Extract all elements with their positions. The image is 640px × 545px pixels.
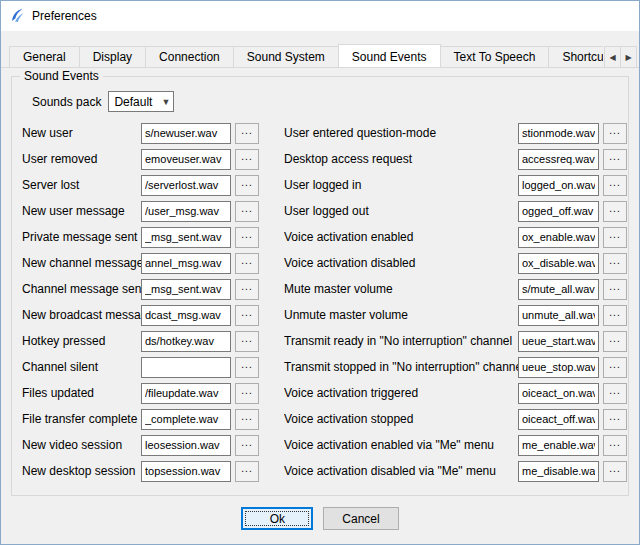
event-label: Unmute master volume [284, 308, 518, 322]
event-row: Hotkey pressed... [22, 328, 272, 354]
event-sound-input[interactable] [141, 149, 231, 170]
browse-button[interactable]: ... [235, 357, 259, 378]
event-sound-input[interactable] [141, 435, 231, 456]
event-sound-input[interactable] [141, 383, 231, 404]
event-sound-input[interactable] [141, 227, 231, 248]
browse-button[interactable]: ... [235, 201, 259, 222]
browse-button[interactable]: ... [603, 201, 627, 222]
browse-button[interactable]: ... [235, 123, 259, 144]
browse-button[interactable]: ... [603, 123, 627, 144]
event-sound-input[interactable] [141, 305, 231, 326]
app-icon [9, 8, 25, 24]
event-label: User entered question-mode [284, 126, 518, 140]
event-sound-input[interactable] [518, 409, 599, 430]
tab-scroll-control: ◀ ▶ [605, 46, 637, 68]
event-sound-input[interactable] [518, 227, 599, 248]
ok-button[interactable]: Ok [241, 507, 313, 530]
browse-button[interactable]: ... [603, 253, 627, 274]
event-label: Private message sent [22, 230, 141, 244]
tab-text-to-speech[interactable]: Text To Speech [440, 46, 550, 67]
browse-button[interactable]: ... [603, 227, 627, 248]
sounds-pack-value: Default [114, 95, 152, 109]
browse-button[interactable]: ... [603, 175, 627, 196]
event-sound-input[interactable] [141, 279, 231, 300]
browse-button[interactable]: ... [235, 383, 259, 404]
event-row: User logged out... [284, 198, 627, 224]
tab-shortcuts[interactable]: Shortcuts [548, 46, 603, 67]
event-row: New video session... [22, 432, 272, 458]
browse-button[interactable]: ... [235, 461, 259, 482]
event-label: Desktop access request [284, 152, 518, 166]
event-label: New channel message [22, 256, 141, 270]
event-label: Files updated [22, 386, 141, 400]
browse-button[interactable]: ... [235, 305, 259, 326]
event-sound-input[interactable] [141, 175, 231, 196]
events-column-left: New user...User removed...Server lost...… [22, 120, 272, 484]
event-label: Voice activation enabled [284, 230, 518, 244]
event-row: Mute master volume... [284, 276, 627, 302]
browse-button[interactable]: ... [235, 227, 259, 248]
browse-button[interactable]: ... [603, 435, 627, 456]
event-label: Voice activation disabled [284, 256, 518, 270]
event-sound-input[interactable] [141, 357, 231, 378]
browse-button[interactable]: ... [603, 279, 627, 300]
event-label: File transfer complete [22, 412, 141, 426]
tab-sound-events[interactable]: Sound Events [338, 44, 441, 67]
browse-button[interactable]: ... [603, 149, 627, 170]
event-sound-input[interactable] [141, 409, 231, 430]
event-row: Server lost... [22, 172, 272, 198]
tab-scroll-left-button[interactable]: ◀ [604, 46, 621, 68]
browse-button[interactable]: ... [235, 253, 259, 274]
event-sound-input[interactable] [518, 149, 599, 170]
browse-button[interactable]: ... [603, 409, 627, 430]
sounds-pack-select[interactable]: Default ▼ [108, 91, 174, 112]
event-row: New desktop session... [22, 458, 272, 484]
events-columns: New user...User removed...Server lost...… [22, 120, 620, 484]
event-sound-input[interactable] [518, 357, 599, 378]
event-sound-input[interactable] [518, 201, 599, 222]
event-row: New broadcast message... [22, 302, 272, 328]
event-sound-input[interactable] [518, 383, 599, 404]
event-label: User logged in [284, 178, 518, 192]
browse-button[interactable]: ... [603, 331, 627, 352]
browse-button[interactable]: ... [235, 175, 259, 196]
event-sound-input[interactable] [518, 305, 599, 326]
event-sound-input[interactable] [518, 435, 599, 456]
sounds-pack-label: Sounds pack [32, 95, 101, 109]
cancel-button[interactable]: Cancel [323, 507, 398, 530]
dialog-footer: Ok Cancel [1, 507, 639, 530]
event-row: Channel message sent... [22, 276, 272, 302]
event-row: Voice activation enabled... [284, 224, 627, 250]
event-sound-input[interactable] [141, 461, 231, 482]
event-sound-input[interactable] [141, 331, 231, 352]
event-sound-input[interactable] [518, 253, 599, 274]
event-row: Voice activation enabled via "Me" menu..… [284, 432, 627, 458]
tab-scroll-right-button[interactable]: ▶ [620, 46, 637, 68]
event-sound-input[interactable] [518, 461, 599, 482]
browse-button[interactable]: ... [603, 357, 627, 378]
browse-button[interactable]: ... [603, 305, 627, 326]
event-sound-input[interactable] [141, 123, 231, 144]
event-sound-input[interactable] [141, 201, 231, 222]
tab-connection[interactable]: Connection [145, 46, 234, 67]
tab-general[interactable]: General [9, 46, 80, 67]
event-sound-input[interactable] [141, 253, 231, 274]
browse-button[interactable]: ... [235, 331, 259, 352]
browse-button[interactable]: ... [235, 149, 259, 170]
event-row: Voice activation disabled via "Me" menu.… [284, 458, 627, 484]
browse-button[interactable]: ... [235, 409, 259, 430]
event-label: Voice activation triggered [284, 386, 518, 400]
event-sound-input[interactable] [518, 279, 599, 300]
tab-sound-system[interactable]: Sound System [233, 46, 339, 67]
event-row: Transmit ready in "No interruption" chan… [284, 328, 627, 354]
browse-button[interactable]: ... [235, 435, 259, 456]
event-sound-input[interactable] [518, 331, 599, 352]
browse-button[interactable]: ... [603, 461, 627, 482]
tab-display[interactable]: Display [79, 46, 146, 67]
window-title: Preferences [32, 9, 97, 23]
event-row: New channel message... [22, 250, 272, 276]
event-sound-input[interactable] [518, 175, 599, 196]
event-sound-input[interactable] [518, 123, 599, 144]
browse-button[interactable]: ... [603, 383, 627, 404]
browse-button[interactable]: ... [235, 279, 259, 300]
